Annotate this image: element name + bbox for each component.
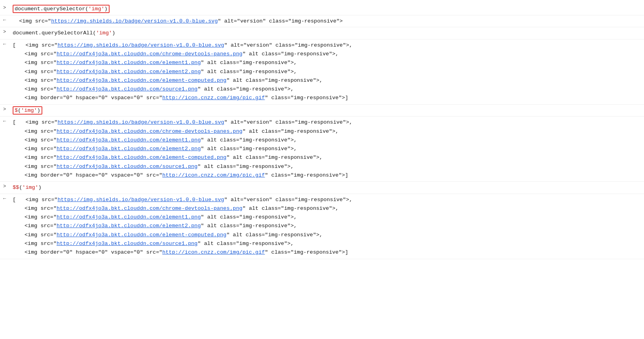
arrow-right-5: > (0, 105, 13, 112)
array-line-4-6: <img src="http://odfx4jo3a.bkt.clouddn.c… (25, 85, 642, 94)
console-entry-8: ← [ <img src="https://img.shields.io/bad… (0, 194, 644, 259)
content-7: $$('img') (13, 183, 644, 193)
link-4-5[interactable]: http://odfx4jo3a.bkt.clouddn.com/element… (57, 77, 226, 83)
arrow-left-4: ← (0, 40, 13, 47)
link-8-5[interactable]: http://odfx4jo3a.bkt.clouddn.com/element… (57, 232, 226, 238)
method-text-3: document.querySelectorAll( (13, 30, 96, 36)
console-entry-3: > document.querySelectorAll('img') (0, 27, 644, 40)
paren-close-5: ) (37, 107, 40, 113)
console-entry-5: > $('img') (0, 105, 644, 117)
content-3: document.querySelectorAll('img') (13, 28, 644, 38)
link-6-6[interactable]: http://odfx4jo3a.bkt.clouddn.com/source1… (57, 164, 197, 170)
array-line-4-1: [ <img src="https://img.shields.io/badge… (13, 41, 642, 50)
method-close-3: ) (112, 30, 115, 36)
array-line-8-3: <img src="http://odfx4jo3a.bkt.clouddn.c… (25, 213, 642, 222)
content-2: <img src="https://img.shields.io/badge/v… (13, 16, 644, 26)
array-line-6-7: <img border="0" hspace="0" vspace="0" sr… (25, 171, 642, 180)
arrow-right-3: > (0, 28, 13, 35)
content-8: [ <img src="https://img.shields.io/badge… (13, 195, 644, 258)
link-6-5[interactable]: http://odfx4jo3a.bkt.clouddn.com/element… (57, 154, 226, 160)
array-line-4-7: <img border="0" hspace="0" vspace="0" sr… (25, 94, 642, 102)
array-line-8-2: <img src="http://odfx4jo3a.bkt.clouddn.c… (25, 204, 642, 213)
dollar-sign-5: $ (15, 107, 18, 113)
content-4: [ <img src="https://img.shields.io/badge… (13, 40, 644, 104)
link-6-4[interactable]: http://odfx4jo3a.bkt.clouddn.com/element… (57, 146, 201, 152)
array-line-6-4: <img src="http://odfx4jo3a.bkt.clouddn.c… (25, 145, 642, 153)
link-8-6[interactable]: http://odfx4jo3a.bkt.clouddn.com/source1… (57, 241, 197, 247)
array-line-8-1: [ <img src="https://img.shields.io/badge… (13, 196, 642, 204)
console-entry-6: ← [ <img src="https://img.shields.io/bad… (0, 117, 644, 182)
content-6: [ <img src="https://img.shields.io/badge… (13, 117, 644, 181)
link-4-3[interactable]: http://odfx4jo3a.bkt.clouddn.com/element… (57, 60, 201, 66)
link-8-4[interactable]: http://odfx4jo3a.bkt.clouddn.com/element… (57, 223, 201, 229)
array-line-6-3: <img src="http://odfx4jo3a.bkt.clouddn.c… (25, 136, 642, 145)
link-4-7[interactable]: http://icon.cnzz.com/img/pic.gif (162, 95, 265, 101)
link-8-7[interactable]: http://icon.cnzz.com/img/pic.gif (162, 249, 265, 255)
arrow-right-1: > (0, 4, 13, 11)
paren-open-5: ( (18, 107, 21, 113)
link-6-1[interactable]: https://img.shields.io/badge/version-v1.… (57, 119, 224, 125)
array-line-8-6: <img src="http://odfx4jo3a.bkt.clouddn.c… (25, 239, 642, 248)
array-line-8-7: <img border="0" hspace="0" vspace="0" sr… (25, 248, 642, 257)
link-4-4[interactable]: http://odfx4jo3a.bkt.clouddn.com/element… (57, 69, 201, 75)
console-entry-1: > document.querySelector('img') (0, 3, 644, 15)
content-5: $('img') (13, 105, 644, 116)
array-line-6-1: [ <img src="https://img.shields.io/badge… (13, 118, 642, 127)
array-line-4-3: <img src="http://odfx4jo3a.bkt.clouddn.c… (25, 58, 642, 67)
arrow-right-7: > (0, 183, 13, 189)
tag-open-2: <img src=" (13, 18, 51, 24)
arrow-left-2: ← (0, 16, 13, 23)
console-entry-4: ← [ <img src="https://img.shields.io/bad… (0, 40, 644, 105)
link-6-2[interactable]: http://odfx4jo3a.bkt.clouddn.com/chrome-… (57, 128, 242, 134)
link-4-6[interactable]: http://odfx4jo3a.bkt.clouddn.com/source1… (57, 86, 197, 92)
link-8-1[interactable]: https://img.shields.io/badge/version-v1.… (57, 197, 224, 203)
array-line-4-2: <img src="http://odfx4jo3a.bkt.clouddn.c… (25, 50, 642, 58)
link-2[interactable]: https://img.shields.io/badge/version-v1.… (51, 18, 218, 24)
console-entry-7: > $$('img') (0, 182, 644, 194)
paren-close-7: ) (38, 185, 42, 190)
tag-close-2: " alt="version" class="img-responsive"> (218, 18, 343, 24)
content-1: document.querySelector('img') (13, 4, 644, 14)
method-close-1: ) (104, 6, 108, 12)
console-panel: > document.querySelector('img') ← <img s… (0, 0, 644, 262)
arrow-left-6: ← (0, 117, 13, 124)
string-arg-3: 'img' (96, 30, 112, 36)
console-entry-2: ← <img src="https://img.shields.io/badge… (0, 15, 644, 28)
array-line-4-5: <img src="http://odfx4jo3a.bkt.clouddn.c… (25, 76, 642, 85)
array-line-4-4: <img src="http://odfx4jo3a.bkt.clouddn.c… (25, 68, 642, 76)
string-arg-7: 'img' (22, 185, 38, 190)
dollar-sign-7: $$ (13, 185, 19, 190)
link-4-1[interactable]: https://img.shields.io/badge/version-v1.… (57, 42, 224, 48)
link-6-3[interactable]: http://odfx4jo3a.bkt.clouddn.com/element… (57, 137, 201, 143)
link-8-3[interactable]: http://odfx4jo3a.bkt.clouddn.com/element… (57, 214, 201, 220)
highlighted-command-5: $('img') (13, 106, 42, 115)
string-arg-1: 'img' (88, 6, 104, 12)
method-text-1: document.querySelector( (15, 6, 88, 12)
highlighted-command-1: document.querySelector('img') (13, 5, 110, 13)
array-line-6-5: <img src="http://odfx4jo3a.bkt.clouddn.c… (25, 153, 642, 162)
link-8-2[interactable]: http://odfx4jo3a.bkt.clouddn.com/chrome-… (57, 205, 242, 211)
array-line-6-2: <img src="http://odfx4jo3a.bkt.clouddn.c… (25, 127, 642, 136)
array-line-6-6: <img src="http://odfx4jo3a.bkt.clouddn.c… (25, 162, 642, 171)
link-4-2[interactable]: http://odfx4jo3a.bkt.clouddn.com/chrome-… (57, 51, 242, 57)
arrow-left-8: ← (0, 195, 13, 202)
array-line-8-4: <img src="http://odfx4jo3a.bkt.clouddn.c… (25, 222, 642, 230)
array-line-8-5: <img src="http://odfx4jo3a.bkt.clouddn.c… (25, 231, 642, 239)
link-6-7[interactable]: http://icon.cnzz.com/img/pic.gif (162, 172, 265, 178)
string-arg-5: 'img' (21, 107, 37, 113)
